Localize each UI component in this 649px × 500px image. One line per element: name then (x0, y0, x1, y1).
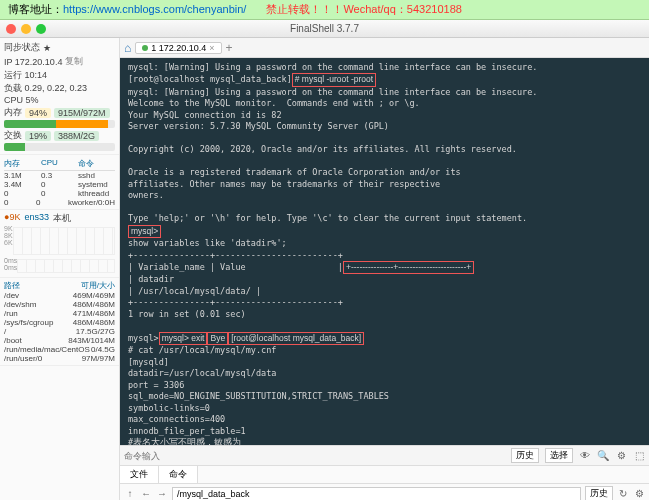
fs-row[interactable]: /run/user/097M/97M (4, 354, 115, 363)
path-input[interactable] (172, 487, 581, 501)
status-section: 同步状态 ★ IP 172.20.10.4 复制 运行 10:14 负载 0.2… (0, 38, 119, 155)
network-section: ●9Kens33本机 9K8K6K 0ms0ms (0, 210, 119, 278)
ping-chart (17, 259, 115, 273)
status-runtime: 运行 10:14 (4, 69, 115, 82)
back-icon[interactable]: ← (140, 488, 152, 500)
zoom-icon[interactable] (36, 24, 46, 34)
fs-row[interactable]: /run/media/mac/CentOS0/4.5G (4, 345, 115, 354)
status-dot-icon (142, 45, 148, 51)
refresh-icon[interactable]: ↻ (617, 488, 629, 500)
swap-bar (4, 143, 115, 151)
tab-file[interactable]: 文件 (120, 466, 159, 483)
net-chart (13, 227, 115, 255)
terminal-tabbar: ⌂ 1 172.20.10.4× + (120, 38, 649, 58)
process-section: 内存CPU命令 3.1M0.3sshd3.4M0systemd00kthread… (0, 155, 119, 210)
process-row[interactable]: 3.4M0systemd (4, 180, 115, 189)
sidebar: 同步状态 ★ IP 172.20.10.4 复制 运行 10:14 负载 0.2… (0, 38, 120, 500)
process-row[interactable]: 3.1M0.3sshd (4, 171, 115, 180)
close-tab-icon[interactable]: × (209, 43, 214, 53)
window-title: FinalShell 3.7.7 (290, 23, 359, 34)
pin-icon[interactable]: ⬚ (633, 450, 645, 462)
status-cpu: CPU 5% (4, 95, 115, 105)
terminal-output[interactable]: mysql: [Warning] Using a password on the… (120, 58, 649, 445)
fs-row[interactable]: /sys/fs/cgroup486M/486M (4, 318, 115, 327)
eye-icon[interactable]: 👁 (579, 450, 591, 462)
select-button[interactable]: 选择 (545, 448, 573, 463)
minimize-icon[interactable] (21, 24, 31, 34)
filesystem-section: 路径可用/大小 /dev469M/469M/dev/shm486M/486M/r… (0, 278, 119, 366)
forward-icon[interactable]: → (156, 488, 168, 500)
path-history-button[interactable]: 历史 (585, 486, 613, 500)
fs-row[interactable]: /dev469M/469M (4, 291, 115, 300)
gear-icon[interactable]: ⚙ (633, 488, 645, 500)
status-load: 负载 0.29, 0.22, 0.23 (4, 82, 115, 95)
add-tab-button[interactable]: + (226, 41, 233, 55)
terminal-tab[interactable]: 1 172.20.10.4× (135, 42, 221, 54)
process-row[interactable]: 00kthreadd (4, 189, 115, 198)
search-icon[interactable]: 🔍 (597, 450, 609, 462)
window-titlebar: FinalShell 3.7.7 (0, 20, 649, 38)
history-button[interactable]: 历史 (511, 448, 539, 463)
traffic-lights[interactable] (6, 24, 46, 34)
fs-row[interactable]: /boot843M/1014M (4, 336, 115, 345)
banner-warning: 禁止转载！！！Wechat/qq：543210188 (266, 2, 461, 17)
command-input[interactable] (124, 451, 505, 461)
fs-row[interactable]: /run471M/486M (4, 309, 115, 318)
process-row[interactable]: 00kworker/0:0H (4, 198, 115, 207)
up-icon[interactable]: ↑ (124, 488, 136, 500)
fs-row[interactable]: /dev/shm486M/486M (4, 300, 115, 309)
tab-command[interactable]: 命令 (159, 466, 198, 483)
more-icon[interactable]: ⚙ (615, 450, 627, 462)
status-ip: IP 172.20.10.4 (4, 57, 62, 67)
home-icon[interactable]: ⌂ (124, 41, 131, 55)
mem-bar (4, 120, 115, 128)
blog-banner: 博客地址：https://www.cnblogs.com/chenyanbin/… (0, 0, 649, 20)
status-title: 同步状态 (4, 41, 40, 54)
close-icon[interactable] (6, 24, 16, 34)
command-bar: 历史 选择 👁 🔍 ⚙ ⬚ (120, 445, 649, 465)
bottom-panel: 文件 命令 ↑ ← → 历史 ↻ ⚙ (120, 465, 649, 500)
fs-row[interactable]: /17.5G/27G (4, 327, 115, 336)
blog-url[interactable]: https://www.cnblogs.com/chenyanbin/ (63, 3, 246, 15)
copy-button[interactable]: 复制 (65, 55, 83, 68)
